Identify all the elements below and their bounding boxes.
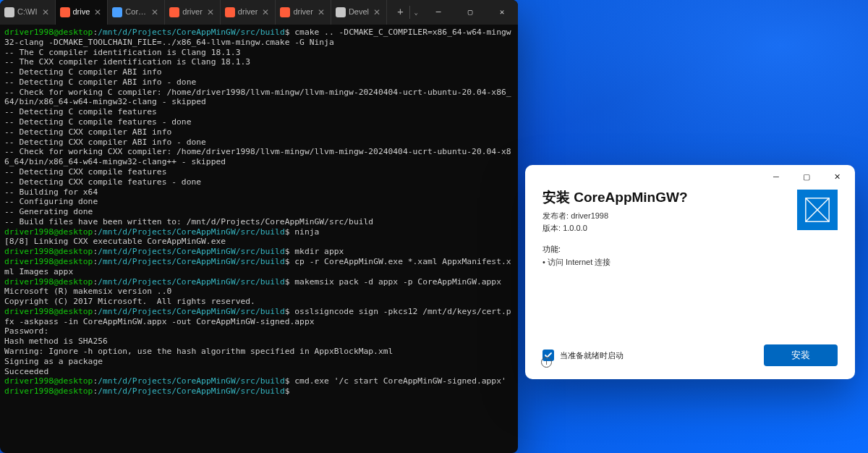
tab-strip: C:\WI✕drive✕CoreA✕driver✕driver✕driver✕D… <box>0 0 391 25</box>
terminal-window: C:\WI✕drive✕CoreA✕driver✕driver✕driver✕D… <box>0 0 518 453</box>
window-controls: ─ ▢ ✕ <box>422 0 518 25</box>
tab-close-icon[interactable]: ✕ <box>205 7 216 18</box>
cmd-makemsix: makemsix pack -d appx -p CoreAppMinGW.ap… <box>294 277 501 287</box>
prompt-user: driver1998@desktop <box>4 27 93 37</box>
tab-close-icon[interactable]: ✕ <box>93 7 103 18</box>
package-icon <box>804 196 831 224</box>
tab-icon <box>225 7 235 17</box>
terminal-tab-6[interactable]: Devel✕ <box>331 0 387 25</box>
dialog-title: 安装 CoreAppMinGW? <box>542 188 688 207</box>
maximize-button[interactable]: ▢ <box>454 0 486 25</box>
terminal-tab-1[interactable]: drive✕ <box>56 0 109 25</box>
tab-icon <box>169 7 179 17</box>
terminal-titlebar: C:\WI✕drive✕CoreA✕driver✕driver✕driver✕D… <box>0 0 518 25</box>
cmd-ninja: ninja <box>294 227 319 237</box>
tab-icon <box>280 7 290 17</box>
tab-label: Devel <box>349 7 369 17</box>
tab-label: driver <box>293 7 313 17</box>
tab-close-icon[interactable]: ✕ <box>316 7 326 18</box>
tab-close-icon[interactable]: ✕ <box>260 7 271 18</box>
install-button[interactable]: 安装 <box>764 344 838 366</box>
tab-icon <box>112 7 122 17</box>
terminal-tab-3[interactable]: driver✕ <box>165 0 221 25</box>
dialog-footer: 当准备就绪时启动 安装 <box>525 334 855 379</box>
tab-close-icon[interactable]: ✕ <box>372 7 382 18</box>
prompt-path: /mnt/d/Projects/CoreAppMinGW/src/build <box>98 27 284 37</box>
version-line: 版本: 1.0.0.0 <box>542 222 688 234</box>
terminal-body[interactable]: driver1998@desktop:/mnt/d/Projects/CoreA… <box>0 25 518 399</box>
terminal-tab-0[interactable]: C:\WI✕ <box>0 0 56 25</box>
capabilities-header: 功能: <box>542 244 838 255</box>
capability-internet: • 访问 Internet 连接 <box>542 257 838 268</box>
tab-icon <box>60 7 70 17</box>
tab-label: drive <box>73 7 90 17</box>
dialog-minimize-button[interactable]: ─ <box>761 166 791 187</box>
dialog-body: 安装 CoreAppMinGW? 发布者: driver1998 版本: 1.0… <box>525 188 855 334</box>
minimize-button[interactable]: ─ <box>422 0 454 25</box>
dialog-titlebar: ─ ▢ ✕ <box>525 165 855 188</box>
tab-dropdown-button[interactable]: ⌄ <box>410 0 422 25</box>
launch-when-ready-label: 当准备就绪时启动 <box>560 350 624 361</box>
publisher-line: 发布者: driver1998 <box>542 210 688 222</box>
dialog-close-button[interactable]: ✕ <box>822 166 852 187</box>
tab-label: C:\WI <box>17 7 38 17</box>
app-icon <box>797 190 838 230</box>
dialog-maximize-button[interactable]: ▢ <box>791 166 822 187</box>
cmd-start: cmd.exe '/c start CoreAppMinGW-signed.ap… <box>294 376 506 386</box>
tab-label: driver <box>238 7 258 17</box>
info-icon[interactable]: i <box>541 357 552 368</box>
tab-icon <box>4 7 14 17</box>
close-button[interactable]: ✕ <box>486 0 518 25</box>
tab-icon <box>336 7 346 17</box>
cmd-mkdir: mkdir appx <box>294 247 344 256</box>
tab-close-icon[interactable]: ✕ <box>150 7 160 18</box>
install-dialog: ─ ▢ ✕ 安装 CoreAppMinGW? 发布者: driver1998 版… <box>525 165 855 379</box>
terminal-tab-2[interactable]: CoreA✕ <box>108 0 165 25</box>
tab-close-icon[interactable]: ✕ <box>41 7 51 18</box>
new-tab-button[interactable]: + <box>391 0 409 25</box>
terminal-tab-5[interactable]: driver✕ <box>276 0 331 25</box>
tab-label: driver <box>182 7 203 17</box>
tab-label: CoreA <box>125 7 147 17</box>
terminal-tab-4[interactable]: driver✕ <box>221 0 276 25</box>
